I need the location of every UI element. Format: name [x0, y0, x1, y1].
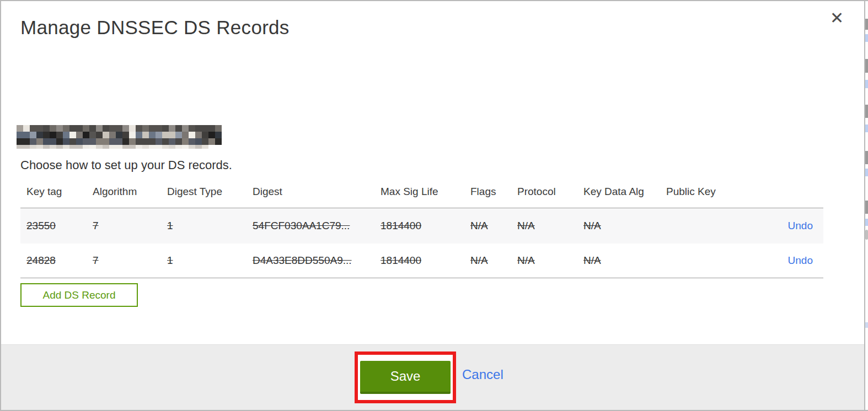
- column-header: Max Sig Life: [381, 183, 470, 198]
- redacted-domain-name: [17, 125, 222, 149]
- table-row: 235507154FCF030AA1C79...1814400N/AN/AN/A…: [20, 208, 823, 244]
- column-header: Algorithm: [93, 183, 167, 198]
- cell-digest-type: 1: [167, 255, 253, 267]
- table-header-row: Key tagAlgorithmDigest TypeDigestMax Sig…: [20, 183, 823, 208]
- column-header: Digest Type: [167, 183, 253, 198]
- cell-protocol: N/A: [517, 255, 583, 267]
- cell-digest: 54FCF030AA1C79...: [253, 220, 381, 232]
- save-highlight-annotation: Save: [355, 351, 456, 403]
- column-header: Flags: [470, 183, 517, 198]
- undo-link[interactable]: Undo: [749, 255, 823, 267]
- manage-dnssec-dialog: ✕ Manage DNSSEC DS Records Choose how to…: [0, 0, 865, 411]
- column-header: Digest: [253, 183, 381, 198]
- dialog-title: Manage DNSSEC DS Records: [20, 17, 290, 39]
- undo-link[interactable]: Undo: [749, 220, 823, 232]
- cell-key-tag: 23550: [26, 220, 93, 232]
- close-icon[interactable]: ✕: [830, 10, 844, 26]
- cell-flags: N/A: [470, 255, 517, 267]
- cell-flags: N/A: [470, 220, 517, 232]
- table-row: 2482871D4A33E8DD550A9...1814400N/AN/AN/A…: [20, 244, 823, 278]
- table-body: 235507154FCF030AA1C79...1814400N/AN/AN/A…: [20, 208, 823, 278]
- cell-max-sig-life: 1814400: [381, 255, 470, 267]
- column-header: Public Key: [666, 183, 749, 198]
- dialog-footer: Save Cancel: [1, 344, 864, 410]
- column-header: Protocol: [517, 183, 583, 198]
- instruction-text: Choose how to set up your DS records.: [20, 158, 232, 172]
- cell-algorithm: 7: [93, 220, 167, 232]
- save-button[interactable]: Save: [360, 361, 451, 394]
- cell-algorithm: 7: [93, 255, 167, 267]
- background-page-sliver: [865, 0, 868, 411]
- ds-records-table: Key tagAlgorithmDigest TypeDigestMax Sig…: [20, 183, 823, 278]
- cell-key-data-alg: N/A: [583, 220, 666, 232]
- column-header: Key tag: [26, 183, 93, 198]
- cell-protocol: N/A: [517, 220, 583, 232]
- cell-max-sig-life: 1814400: [381, 220, 470, 232]
- cell-digest: D4A33E8DD550A9...: [253, 255, 381, 267]
- column-header: Key Data Alg: [583, 183, 666, 198]
- cancel-link[interactable]: Cancel: [462, 367, 503, 382]
- background-scrollbar-thumb: [865, 230, 868, 240]
- cell-key-tag: 24828: [26, 255, 93, 267]
- add-ds-record-button[interactable]: Add DS Record: [20, 283, 138, 307]
- cell-key-data-alg: N/A: [583, 255, 666, 267]
- cell-digest-type: 1: [167, 220, 253, 232]
